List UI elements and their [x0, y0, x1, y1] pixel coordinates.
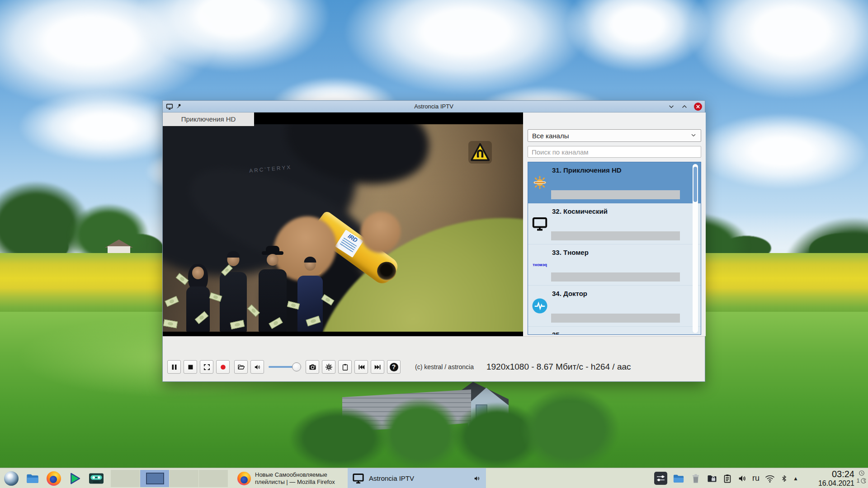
channel-item[interactable]: тномэq 33. Тномер [528, 244, 701, 286]
task-audio-icon [473, 475, 481, 482]
magnet-warning-sign [468, 141, 492, 164]
money-bill [163, 319, 178, 328]
pager-window-rect [146, 473, 164, 484]
copyright-text: (c) kestral / astroncia [415, 363, 474, 371]
chevron-down-icon [690, 132, 697, 140]
device-label: IRD [335, 230, 363, 258]
channel-list[interactable]: 31. Приключения HD 32. Космический тномэ… [528, 162, 701, 335]
previous-channel-button[interactable] [354, 360, 368, 374]
wifi-tray-icon[interactable] [764, 473, 775, 484]
money-bill [165, 296, 179, 307]
volume-slider[interactable] [269, 362, 301, 371]
firefox-task-title-line2: плейлисты | — Mozilla Firefox [255, 479, 335, 486]
minimize-button[interactable] [668, 103, 675, 110]
channel-list-scrollbar[interactable] [693, 164, 698, 333]
mixer-tray-icon[interactable] [654, 472, 667, 485]
folder-tray-icon[interactable] [672, 472, 685, 485]
channel-logo-text: тномэq [531, 256, 549, 274]
pause-button[interactable] [167, 360, 181, 374]
player-control-bar: ? (c) kestral / astroncia 868x488 - 8.… [163, 336, 705, 381]
clock-time: 03:24 [818, 469, 854, 479]
desktop: Astroncia IPTV Приключения HD [0, 0, 868, 488]
channel-item[interactable]: 34. Доктор [528, 286, 701, 327]
channel-title: 33. Тномер [552, 249, 589, 256]
channel-panel: Все каналы 31. Приключе [523, 113, 706, 336]
firefox-task-icon [237, 472, 251, 485]
bush [520, 389, 619, 470]
keyboard-layout-indicator[interactable]: ru [752, 474, 760, 483]
trash-tray-icon[interactable] [690, 473, 702, 484]
taskbar-task-firefox[interactable]: Новые Самообновляемые плейлисты | — Mozi… [233, 468, 348, 488]
channel-logo-ecg-icon [531, 297, 549, 315]
firefox-icon[interactable] [46, 471, 61, 486]
stream-info-text: 868x488 - 8.67 Мбит/с - h264 / aac [486, 362, 631, 372]
close-button[interactable] [694, 103, 702, 111]
channel-epg-bar [551, 314, 680, 323]
screenshot-button[interactable] [306, 360, 319, 374]
night-mode-edge-icon[interactable] [860, 478, 867, 484]
settings-button[interactable] [322, 360, 335, 374]
app-launcher-icon[interactable] [4, 471, 19, 486]
bluetooth-tray-icon[interactable] [780, 474, 788, 483]
record-button[interactable] [216, 360, 230, 374]
channel-logo-sun-icon [531, 174, 549, 192]
desktop-4[interactable] [199, 470, 228, 487]
channel-item[interactable]: 31. Приключения HD [528, 162, 701, 203]
channel-logo-tv-icon [531, 215, 549, 233]
channel-title: 35. [552, 331, 561, 335]
mute-button[interactable] [250, 360, 264, 374]
open-file-button[interactable] [234, 360, 248, 374]
bush [289, 407, 389, 470]
video-player[interactable]: Приключения HD ARC'TERYX IRD [163, 113, 523, 336]
astroncia-task-icon [352, 472, 364, 484]
current-channel-overlay: Приключения HD [163, 113, 254, 126]
digital-clock[interactable]: 03:24 16.04.2021 [818, 469, 854, 488]
channel-item[interactable]: 35. [528, 327, 701, 335]
fullscreen-button[interactable] [200, 360, 213, 374]
history-edge-icon[interactable] [859, 470, 865, 476]
question-icon: ? [390, 363, 398, 371]
video-frame: ARC'TERYX IRD [163, 124, 523, 332]
taskbar: Новые Самообновляемые плейлисты | — Mozi… [0, 468, 868, 488]
scrollbar-thumb[interactable] [693, 167, 697, 202]
channel-epg-bar [551, 272, 680, 282]
titlebar[interactable]: Astroncia IPTV [163, 101, 705, 113]
private-folder-tray-icon[interactable] [707, 473, 717, 484]
cassette-player-icon[interactable] [89, 471, 104, 486]
volume-handle[interactable] [292, 362, 301, 371]
edge-badge: 1 [857, 478, 860, 484]
stop-button[interactable] [184, 360, 197, 374]
desktop-2-active[interactable] [140, 470, 170, 487]
cloud [696, 113, 868, 190]
next-channel-button[interactable] [371, 360, 384, 374]
window-title: Astroncia IPTV [163, 103, 705, 110]
channel-title: 34. Доктор [552, 290, 587, 297]
tv-guide-button[interactable] [338, 360, 352, 374]
channel-title: 32. Космический [552, 207, 608, 215]
channel-search-input[interactable] [528, 146, 701, 158]
figure-man-hat [259, 246, 287, 332]
bush [380, 398, 461, 470]
channel-item[interactable]: 32. Космический [528, 203, 701, 244]
tray-expand-icon[interactable]: ▲ [793, 475, 798, 482]
channel-epg-bar [551, 231, 680, 240]
channel-group-dropdown[interactable]: Все каналы [528, 129, 701, 142]
clipboard-tray-icon[interactable] [722, 474, 732, 483]
volume-tray-icon[interactable] [737, 474, 747, 483]
astroncia-task-label: Astroncia IPTV [369, 474, 414, 482]
app-window: Astroncia IPTV Приключения HD [162, 100, 705, 382]
taskbar-task-astroncia[interactable]: Astroncia IPTV [348, 468, 486, 488]
money-bill [247, 305, 260, 317]
help-button[interactable]: ? [387, 360, 401, 374]
maximize-button[interactable] [681, 103, 688, 110]
virtual-desktop-pager[interactable] [111, 470, 228, 487]
desktop-3[interactable] [170, 470, 199, 487]
clock-date: 16.04.2021 [818, 479, 854, 488]
movie-cast-overlay [163, 240, 329, 332]
firefox-task-title-line1: Новые Самообновляемые [255, 471, 335, 479]
channel-group-value: Все каналы [532, 132, 569, 140]
channel-epg-bar [551, 190, 680, 199]
media-player-icon[interactable] [67, 471, 82, 486]
file-manager-icon[interactable] [25, 471, 40, 486]
desktop-1[interactable] [111, 470, 140, 487]
